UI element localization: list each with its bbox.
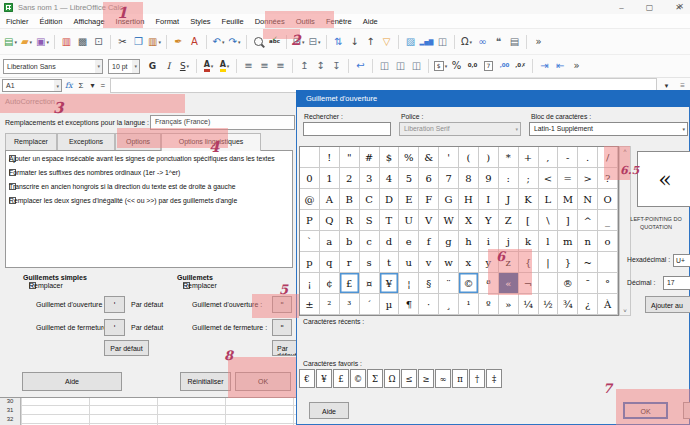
char-cell-F[interactable]: F (419, 189, 439, 210)
favorite-char-≥[interactable]: ≥ (418, 369, 434, 388)
char-cell-[[interactable]: [ (519, 210, 539, 231)
char-cell-G[interactable]: G (439, 189, 459, 210)
add-to-favorites-button[interactable]: Ajouter au (645, 296, 690, 313)
add-decimal-icon[interactable]: ,00 (497, 57, 512, 75)
double-open-quote-button[interactable]: " (272, 296, 292, 313)
linguistic-option-row[interactable]: Transcrire en ancien hongrois si la dire… (6, 179, 292, 193)
bold-icon[interactable]: G (145, 57, 160, 75)
char-cell-q[interactable]: q (320, 252, 340, 273)
char-cell-µ[interactable]: µ (380, 294, 400, 315)
italic-icon[interactable]: I (161, 57, 176, 75)
row-headers[interactable]: 30 31 32 (0, 397, 21, 425)
char-cell->[interactable]: > (578, 168, 598, 189)
char-cell-²[interactable]: ² (320, 294, 340, 315)
open-folder-dropdown-icon[interactable]: ▾ (30, 39, 33, 45)
char-cell-$[interactable]: $ (380, 147, 400, 168)
font-combo[interactable]: Liberation Serif ▾ (399, 122, 521, 136)
char-cell-³[interactable]: ³ (340, 294, 360, 315)
find-replace-icon[interactable] (251, 33, 266, 51)
border-style-dropdown-icon[interactable]: ▾ (318, 39, 321, 45)
minimize-icon[interactable]: – (619, 3, 623, 12)
char-cell-d[interactable]: d (380, 231, 400, 252)
center-vertically-icon[interactable]: ↕ (313, 57, 328, 75)
align-top-icon[interactable]: ↥ (297, 57, 312, 75)
favorite-char-∞[interactable]: ∞ (435, 369, 451, 388)
char-cell-P[interactable]: P (300, 210, 320, 231)
clear-formatting-icon[interactable]: A (187, 33, 202, 51)
date-format-icon[interactable]: 7 (481, 57, 496, 75)
charmap-cancel-button[interactable] (683, 402, 690, 419)
char-cell-%[interactable]: % (399, 147, 419, 168)
toolbar-overflow-icon[interactable]: » (531, 33, 546, 51)
menu-insertion[interactable]: Insertion (116, 17, 145, 26)
char-cell-K[interactable]: K (519, 189, 539, 210)
char-cell-&[interactable]: & (419, 147, 439, 168)
char-cell-0[interactable]: 0 (300, 168, 320, 189)
char-cell-¹[interactable]: ¹ (459, 294, 479, 315)
save-icon[interactable]: ▣▾ (35, 33, 50, 51)
char-cell-g[interactable]: g (439, 231, 459, 252)
single-close-quote-button[interactable]: ' (104, 319, 125, 336)
char-cell-`[interactable]: ` (300, 231, 320, 252)
char-cell-t[interactable]: t (380, 252, 400, 273)
char-cell-E[interactable]: E (399, 189, 419, 210)
char-cell-7[interactable]: 7 (439, 168, 459, 189)
char-cell-?[interactable]: ? (598, 168, 618, 189)
undo-dropdown-icon[interactable]: ▾ (222, 39, 225, 45)
sum-dropdown-icon[interactable]: ▾ (87, 81, 97, 90)
char-cell-Y[interactable]: Y (479, 210, 499, 231)
char-cell-T[interactable]: T (380, 210, 400, 231)
char-cell-º[interactable]: º (479, 294, 499, 315)
menu-outils[interactable]: Outils (296, 17, 315, 26)
char-cell-»[interactable]: » (499, 294, 519, 315)
favorite-char-©[interactable]: © (350, 369, 366, 388)
menu-affichage[interactable]: Affichage (73, 17, 104, 26)
char-cell-R[interactable]: R (340, 210, 360, 231)
decrease-indent-icon[interactable]: ⇤ (553, 57, 568, 75)
clone-formatting-icon[interactable]: ✒ (171, 33, 186, 51)
char-cell-\[interactable]: \ (539, 210, 559, 231)
char-cell-z[interactable]: z (499, 252, 519, 273)
export-pdf-icon[interactable]: ▥ (59, 33, 74, 51)
char-cell-;[interactable]: ; (519, 168, 539, 189)
special-character-dropdown-icon[interactable]: ▾ (470, 39, 473, 45)
highlight-color-icon[interactable]: A▾ (217, 57, 232, 75)
char-cell-{[interactable]: { (519, 252, 539, 273)
char-cell-¦[interactable]: ¦ (399, 273, 419, 294)
char-cell-r[interactable]: r (340, 252, 360, 273)
char-cell-¡[interactable]: ¡ (300, 273, 320, 294)
char-cell-+[interactable]: + (519, 147, 539, 168)
char-cell-.[interactable]: . (578, 147, 598, 168)
char-cell-½[interactable]: ½ (539, 294, 559, 315)
linguistic-option-row[interactable]: Formater les suffixes des nombres ordina… (6, 165, 292, 179)
char-cell-o[interactable]: o (598, 231, 618, 252)
font-name-combo[interactable]: Liberation Sans ▾ (3, 59, 103, 74)
spelling-icon[interactable]: abc (267, 33, 282, 51)
char-cell-][interactable]: ] (558, 210, 578, 231)
currency-format-icon[interactable]: $▾ (433, 57, 448, 75)
redo-icon[interactable]: ↷▾ (227, 33, 242, 51)
autocorrect-reset-button[interactable]: Réinitialiser (180, 372, 231, 391)
char-cell-'[interactable]: ' (439, 147, 459, 168)
align-center-icon[interactable]: ≡ (257, 57, 272, 75)
border-style-icon[interactable]: ⊟▾ (307, 33, 322, 51)
char-cell-O[interactable]: O (598, 189, 618, 210)
function-wizard-icon[interactable]: fx (62, 81, 75, 90)
char-cell-"[interactable]: " (340, 147, 360, 168)
char-cell-|[interactable]: | (539, 252, 559, 273)
linguistic-option-row[interactable]: Remplacer les deux signes d'inégalité (<… (6, 193, 292, 207)
paste-dropdown-icon[interactable]: ▾ (158, 39, 161, 45)
char-cell[interactable] (539, 273, 559, 294)
headers-footers-icon[interactable]: ▤ (507, 33, 522, 51)
font-size-combo[interactable]: 10 pt ▾ (108, 59, 140, 74)
char-cell-¢[interactable]: ¢ (320, 273, 340, 294)
autofilter-icon[interactable]: ▽ (379, 33, 394, 51)
char-cell-9[interactable]: 9 (479, 168, 499, 189)
char-cell[interactable] (300, 147, 320, 168)
menu-fichier[interactable]: Fichier (6, 17, 29, 26)
save-dropdown-icon[interactable]: ▾ (46, 39, 49, 45)
merge-center-icon[interactable]: ◫ (393, 57, 408, 75)
char-cell-£[interactable]: £ (340, 273, 360, 294)
single-quotes-default-button[interactable]: Par défaut (104, 340, 149, 356)
new-document-dropdown-icon[interactable]: ▾ (14, 39, 17, 45)
